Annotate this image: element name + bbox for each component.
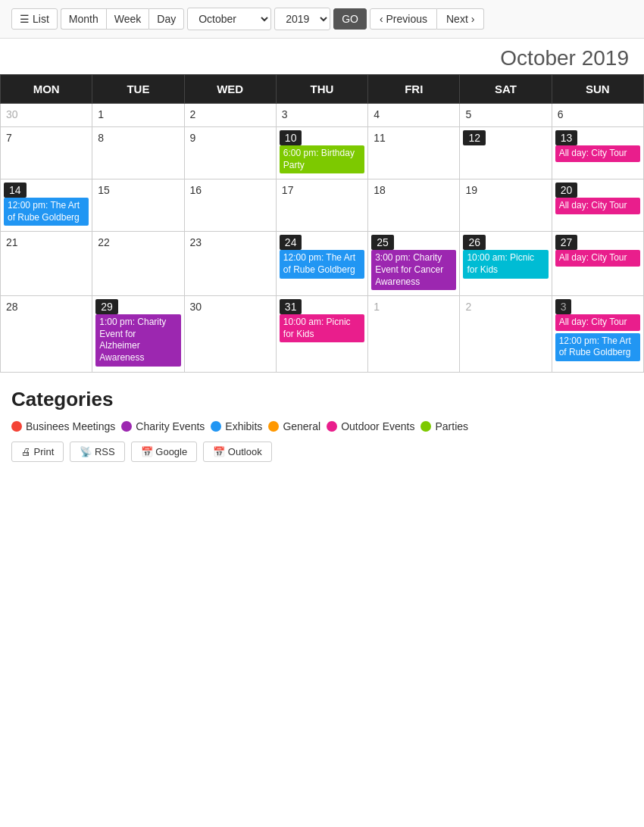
- category-item: General: [268, 420, 320, 432]
- category-dot: [268, 421, 279, 432]
- month-select[interactable]: JanuaryFebruaryMarchAprilMayJuneJulyAugu…: [187, 8, 271, 30]
- calendar-event[interactable]: All day: City Tour: [555, 198, 640, 214]
- calendar-cell: 291:00 pm: Charity Event for Alzheimer A…: [92, 296, 184, 372]
- day-number: 24: [280, 235, 302, 250]
- calendar-event[interactable]: 12:00 pm: The Art of Rube Goldberg: [280, 250, 364, 278]
- day-number: 15: [95, 183, 180, 199]
- day-number: 28: [4, 299, 89, 316]
- day-number: 4: [371, 107, 456, 123]
- day-number: 31: [280, 299, 302, 314]
- calendar-row: 1412:00 pm: The Art of Rube Goldberg1516…: [1, 179, 644, 232]
- calendar-cell: 3All day: City Tour12:00 pm: The Art of …: [552, 296, 643, 372]
- footer-link-rss[interactable]: 📡 RSS: [70, 442, 124, 462]
- calendar-cell: 12: [460, 127, 552, 179]
- year-select[interactable]: 20172018201920202021: [274, 8, 330, 30]
- day-header-tue: TUE: [92, 75, 184, 104]
- day-header-fri: FRI: [368, 75, 460, 104]
- calendar-cell: 9: [184, 127, 276, 179]
- day-number: 8: [95, 130, 180, 147]
- category-dot: [420, 421, 431, 432]
- category-list: Businees MeetingsCharity EventsExhibitsG…: [11, 420, 633, 432]
- day-number: 17: [280, 183, 364, 199]
- day-view-button[interactable]: Day: [148, 8, 184, 30]
- footer-link-google[interactable]: 📅 Google: [131, 442, 198, 462]
- calendar-cell: 253:00 pm: Charity Event for Cancer Awar…: [368, 232, 460, 296]
- day-number: 1: [95, 107, 180, 123]
- list-label: List: [33, 13, 49, 25]
- calendar-cell: 23: [184, 232, 276, 296]
- calendar-event[interactable]: 1:00 pm: Charity Event for Alzheimer Awa…: [95, 314, 180, 366]
- week-view-button[interactable]: Week: [106, 8, 149, 30]
- calendar-event[interactable]: 12:00 pm: The Art of Rube Goldberg: [555, 333, 640, 361]
- calendar-cell: 1: [368, 296, 460, 372]
- footer-link-print[interactable]: 🖨 Print: [11, 442, 64, 462]
- calendar-table: MONTUEWEDTHUFRISATSUN 30123456789106:00 …: [0, 74, 644, 373]
- calendar-cell: 3: [276, 104, 367, 127]
- calendar-cell: 20All day: City Tour: [552, 179, 643, 232]
- day-number: 16: [188, 183, 273, 199]
- day-number: 14: [4, 183, 27, 198]
- calendar-event[interactable]: All day: City Tour: [555, 314, 640, 331]
- day-number: 27: [555, 235, 578, 250]
- prev-button[interactable]: ‹ Previous: [370, 8, 437, 30]
- calendar-cell: 2: [184, 104, 276, 127]
- category-label: Outdoor Events: [341, 420, 414, 432]
- day-number: 9: [188, 130, 273, 147]
- day-number: 19: [463, 183, 548, 199]
- footer-link-outlook[interactable]: 📅 Outlook: [203, 442, 271, 462]
- calendar-cell: 19: [460, 179, 552, 232]
- calendar-cell: 6: [552, 104, 643, 127]
- day-header-wed: WED: [184, 75, 276, 104]
- calendar-cell: 15: [92, 179, 184, 232]
- day-number: 12: [463, 130, 486, 145]
- calendar-cell: 7: [1, 127, 92, 179]
- category-item: Exhibits: [211, 420, 262, 432]
- day-header-sun: SUN: [552, 75, 643, 104]
- day-number: 30: [4, 107, 89, 123]
- category-dot: [327, 421, 337, 432]
- calendar-event[interactable]: All day: City Tour: [555, 145, 640, 162]
- calendar-event[interactable]: 12:00 pm: The Art of Rube Goldberg: [4, 198, 89, 226]
- calendar-event[interactable]: All day: City Tour: [555, 250, 640, 267]
- day-number: 25: [371, 235, 394, 250]
- calendar-row: 789106:00 pm: Birthday Party111213All da…: [1, 127, 644, 179]
- next-button[interactable]: Next ›: [437, 8, 484, 30]
- calendar-cell: 13All day: City Tour: [552, 127, 643, 179]
- day-number: 3: [555, 299, 572, 314]
- go-button[interactable]: GO: [333, 8, 367, 30]
- calendar-cell: 17: [276, 179, 367, 232]
- day-header-sat: SAT: [460, 75, 552, 104]
- category-label: Charity Events: [136, 420, 205, 432]
- categories-section: Categories Businees MeetingsCharity Even…: [0, 373, 644, 470]
- calendar-cell: 4: [368, 104, 460, 127]
- calendar-event[interactable]: 6:00 pm: Birthday Party: [280, 145, 364, 173]
- calendar-cell: 1: [92, 104, 184, 127]
- day-number: 10: [280, 130, 302, 145]
- category-item: Parties: [420, 420, 468, 432]
- calendar-cell: 5: [460, 104, 552, 127]
- calendar-cell: 30: [184, 296, 276, 372]
- calendar-row: 28291:00 pm: Charity Event for Alzheimer…: [1, 296, 644, 372]
- month-view-button[interactable]: Month: [61, 8, 106, 30]
- list-icon: ☰: [20, 13, 30, 25]
- day-number: 18: [371, 183, 456, 199]
- calendar-cell: 22: [92, 232, 184, 296]
- day-number: 23: [188, 235, 273, 251]
- calendar-cell: 27All day: City Tour: [552, 232, 643, 296]
- calendar-event[interactable]: 10:00 am: Picnic for Kids: [280, 314, 364, 342]
- day-header-mon: MON: [1, 75, 92, 104]
- day-header-thu: THU: [276, 75, 367, 104]
- toolbar: ☰ List Month Week Day JanuaryFebruaryMar…: [0, 0, 644, 39]
- calendar-cell: 18: [368, 179, 460, 232]
- category-dot: [11, 421, 22, 432]
- day-number: 13: [555, 130, 578, 145]
- day-number: 2: [463, 299, 548, 316]
- list-view-button[interactable]: ☰ List: [11, 8, 58, 30]
- day-number: 2: [188, 107, 273, 123]
- calendar-event[interactable]: 3:00 pm: Charity Event for Cancer Awaren…: [371, 250, 456, 290]
- calendar-cell: 1412:00 pm: The Art of Rube Goldberg: [1, 179, 92, 232]
- calendar-cell: 28: [1, 296, 92, 372]
- categories-title: Categories: [11, 388, 633, 411]
- category-label: General: [283, 420, 320, 432]
- calendar-event[interactable]: 10:00 am: Picnic for Kids: [463, 250, 548, 278]
